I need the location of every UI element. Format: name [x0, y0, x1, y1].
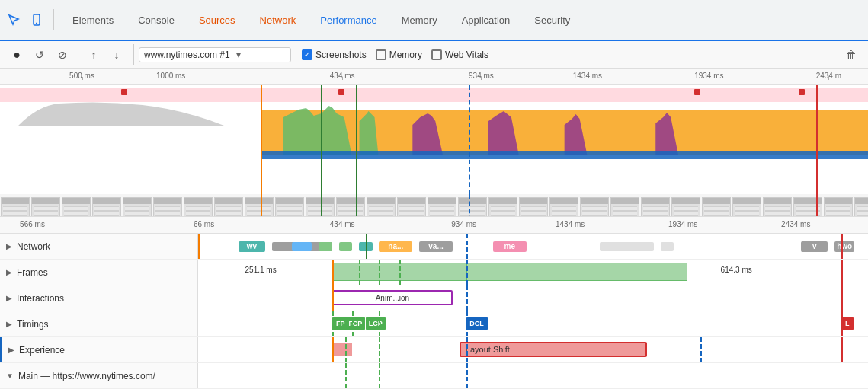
exp-blue-vline2 — [700, 337, 702, 362]
screenshot-thumb[interactable] — [519, 197, 548, 217]
screenshot-thumb[interactable] — [367, 197, 396, 217]
exp-red-vline — [841, 337, 843, 362]
frames-green-vline1 — [359, 260, 360, 285]
net-orange-vline — [198, 234, 200, 259]
screenshot-thumb[interactable] — [31, 197, 60, 217]
url-selector[interactable]: www.nytimes.com #1 ▾ — [139, 47, 291, 62]
screenshot-thumb[interactable] — [306, 197, 335, 217]
upload-button[interactable]: ↑ — [83, 44, 104, 65]
main-blue-vline — [466, 363, 468, 388]
screenshot-thumb[interactable] — [702, 197, 731, 217]
tick-434ms-mark: 434 ms — [330, 72, 355, 80]
interactions-track: ▶ Interactions Anim...ion — [0, 285, 868, 311]
tab-network[interactable]: Network — [248, 2, 309, 41]
url-text: www.nytimes.com #1 — [144, 49, 230, 60]
screenshot-thumb[interactable] — [1, 197, 30, 217]
frames-track-label[interactable]: ▶ Frames — [0, 260, 198, 285]
web-vitals-checkbox[interactable]: Web Vitals — [431, 49, 488, 60]
main-track-label[interactable]: ▼ Main — https://www.nytimes.com/ — [0, 363, 198, 388]
record-button[interactable]: ● — [6, 44, 27, 65]
screenshot-thumb[interactable] — [62, 197, 91, 217]
tick-1934ms: 1934 ms — [694, 72, 723, 80]
network-chevron: ▶ — [6, 242, 12, 250]
interactions-track-content: Anim...ion — [198, 285, 868, 311]
screenshot-thumb[interactable] — [397, 197, 426, 217]
network-track-label[interactable]: ▶ Network — [0, 234, 198, 259]
timings-track-label[interactable]: ▶ Timings — [0, 311, 198, 336]
screenshot-thumb[interactable] — [275, 197, 304, 217]
screenshot-thumb[interactable] — [793, 197, 822, 217]
tick-1000ms: 1000 ms — [156, 72, 185, 80]
screenshot-thumb[interactable] — [671, 197, 700, 217]
tick-2434ms: 2434 m — [816, 72, 841, 80]
detail-tick-934: 934 ms — [451, 220, 476, 228]
main-toolbar: Elements Console Sources Network Perform… — [0, 0, 868, 41]
devtools-container: Elements Console Sources Network Perform… — [0, 0, 868, 389]
interactions-track-label[interactable]: ▶ Interactions — [0, 285, 198, 311]
dcl-badge: DCL — [466, 317, 488, 330]
screenshots-checkbox[interactable]: ✓ Screenshots — [302, 49, 367, 60]
screenshot-thumb[interactable] — [184, 197, 213, 217]
ss-green-line2 — [356, 194, 357, 217]
memory-label: Memory — [389, 49, 422, 60]
screenshot-thumb[interactable] — [580, 197, 609, 217]
net-bar-v: v — [801, 241, 828, 252]
stop-button[interactable]: ⊘ — [52, 44, 73, 65]
screenshot-thumb[interactable] — [92, 197, 121, 217]
exp-green1 — [345, 337, 347, 362]
net-bar-blue1 — [292, 242, 312, 251]
exp-green2 — [379, 337, 380, 362]
screenshot-thumb[interactable] — [549, 197, 578, 217]
refresh-button[interactable]: ↺ — [29, 44, 50, 65]
net-bar-light1 — [600, 242, 653, 251]
frame-time-1: 251.1 ms — [245, 266, 277, 274]
screenshot-thumb[interactable] — [732, 197, 761, 217]
download-button[interactable]: ↓ — [106, 44, 127, 65]
tab-performance[interactable]: Performance — [308, 2, 389, 41]
net-blue-vline — [466, 234, 468, 259]
cursor-icon[interactable] — [3, 9, 24, 30]
screenshots-check-icon: ✓ — [302, 49, 312, 60]
screenshot-thumb[interactable] — [641, 197, 670, 217]
detail-ruler: -566 ms -66 ms 434 ms 934 ms 1434 ms 193… — [0, 217, 868, 234]
main-green1 — [345, 363, 347, 388]
net-red-vline — [841, 234, 843, 259]
detail-tick-2434: 2434 ms — [781, 220, 810, 228]
tab-console[interactable]: Console — [126, 2, 187, 41]
experience-track-label[interactable]: ▶ Experience — [0, 337, 198, 362]
trash-button[interactable]: 🗑 — [841, 44, 862, 65]
details-panel: -566 ms -66 ms 434 ms 934 ms 1434 ms 193… — [0, 217, 868, 389]
screenshot-thumb[interactable] — [428, 197, 456, 217]
screenshot-thumb[interactable] — [245, 197, 274, 217]
exp-blue-vline — [466, 337, 468, 362]
tab-memory[interactable]: Memory — [389, 2, 450, 41]
net-bar-me: me — [493, 241, 527, 252]
frames-chevron: ▶ — [6, 268, 12, 276]
memory-checkbox[interactable]: Memory — [376, 49, 422, 60]
network-label-text: Network — [17, 241, 50, 252]
frames-green-vline3 — [399, 260, 401, 285]
screenshot-thumb[interactable] — [824, 197, 853, 217]
tab-security[interactable]: Security — [522, 2, 582, 41]
web-vitals-label: Web Vitals — [445, 49, 488, 60]
dropdown-arrow: ▾ — [236, 49, 241, 60]
screenshot-thumb[interactable] — [854, 197, 868, 217]
screenshot-thumb[interactable] — [153, 197, 182, 217]
screenshot-thumb[interactable] — [763, 197, 792, 217]
mobile-icon[interactable] — [26, 9, 47, 30]
int-blue-vline — [466, 285, 468, 311]
tab-application[interactable]: Application — [450, 2, 523, 41]
screenshot-thumb[interactable] — [458, 197, 487, 217]
screenshot-thumb[interactable] — [610, 197, 639, 217]
detail-tick-1434: 1434 ms — [556, 220, 585, 228]
screenshot-thumb[interactable] — [214, 197, 243, 217]
tab-elements[interactable]: Elements — [60, 2, 126, 41]
net-bar-hwo: hwo — [834, 241, 854, 252]
main-track-content — [198, 363, 868, 388]
screenshot-thumb[interactable] — [336, 197, 365, 217]
screenshot-thumb[interactable] — [123, 197, 152, 217]
screenshot-thumb[interactable] — [488, 197, 517, 217]
main-track: ▼ Main — https://www.nytimes.com/ — [0, 363, 868, 389]
recording-toolbar: ● ↺ ⊘ ↑ ↓ www.nytimes.com #1 ▾ ✓ Screens… — [0, 41, 868, 69]
tab-sources[interactable]: Sources — [187, 2, 248, 41]
